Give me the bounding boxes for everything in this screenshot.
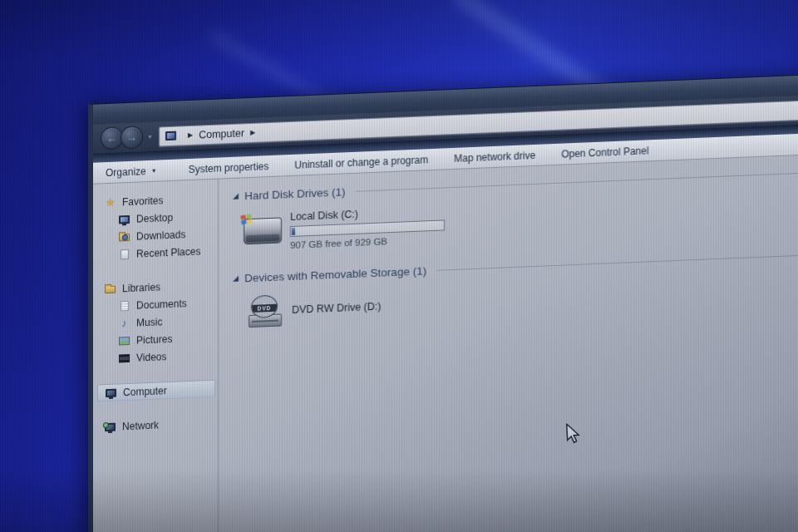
back-button[interactable]: ← (101, 126, 123, 150)
group-header-rule (436, 251, 798, 271)
computer-icon (165, 131, 176, 141)
document-icon (118, 300, 131, 311)
sidebar-item-label: Music (136, 316, 162, 328)
group-header-rule (356, 169, 798, 192)
chevron-down-icon: ▼ (151, 168, 157, 174)
hard-drive-icon (244, 217, 282, 244)
breadcrumb-arrow-icon[interactable]: ▶ (250, 129, 255, 136)
mouse-cursor-icon (565, 423, 581, 449)
film-icon (118, 353, 131, 362)
desktop-icon (118, 214, 131, 224)
history-dropdown-icon[interactable]: ▼ (147, 134, 153, 140)
sidebar-item-label: Pictures (136, 332, 172, 346)
forward-button[interactable]: → (121, 126, 143, 149)
collapse-triangle-icon[interactable] (233, 194, 239, 200)
breadcrumb-arrow-icon[interactable]: ▶ (188, 131, 193, 139)
network-icon (104, 422, 116, 431)
organize-menu-button[interactable]: Organize ▼ (106, 165, 157, 179)
sidebar-item-label: Videos (136, 351, 166, 363)
drive-info: Local Disk (C:) 907 GB free of 929 GB (290, 204, 445, 250)
uninstall-program-button[interactable]: Uninstall or change a program (294, 154, 428, 171)
sidebar-item-label: Network (122, 419, 159, 432)
sidebar-item-label: Desktop (136, 211, 173, 224)
map-network-drive-button[interactable]: Map network drive (454, 149, 535, 164)
drive-name: DVD RW Drive (D:) (292, 301, 381, 316)
organize-label: Organize (106, 165, 146, 179)
dvd-drive-icon: DVD (249, 294, 282, 328)
sidebar-item-label: Documents (136, 298, 187, 311)
recent-places-icon (118, 249, 131, 259)
explorer-window: ← → ▼ ▶ Computer ▶ Organize ▼ System pro… (88, 71, 798, 532)
picture-icon (118, 336, 131, 345)
breadcrumb[interactable]: Computer (199, 127, 244, 140)
navigation-pane: ★ Favorites Desktop Downloads Recent Pla… (93, 180, 218, 532)
downloads-folder-icon (118, 232, 131, 242)
file-list-view: Hard Disk Drives (1) Local Disk (C:) 907… (219, 151, 798, 532)
computer-icon (105, 388, 117, 397)
disk-capacity-text: 907 GB free of 929 GB (290, 234, 445, 250)
explorer-main-area: ★ Favorites Desktop Downloads Recent Pla… (93, 151, 798, 532)
group-header-label: Hard Disk Drives (1) (244, 185, 346, 202)
group-header-label: Devices with Removable Storage (1) (244, 264, 426, 284)
star-icon: ★ (104, 196, 116, 209)
sidebar-item-label: Favorites (122, 195, 163, 208)
dvd-disc-label: DVD (252, 304, 277, 313)
forward-icon: → (126, 131, 137, 145)
open-control-panel-button[interactable]: Open Control Panel (561, 145, 648, 160)
music-note-icon: ♪ (118, 317, 131, 330)
windows-flag-icon (240, 214, 253, 225)
sidebar-item-label: Downloads (136, 229, 185, 242)
sidebar-item-label: Recent Places (136, 245, 200, 259)
sidebar-item-label: Libraries (122, 281, 160, 294)
collapse-triangle-icon[interactable] (233, 276, 239, 282)
disk-usage-fill (292, 228, 295, 235)
sidebar-item-label: Computer (123, 385, 167, 398)
back-icon: ← (106, 132, 117, 145)
libraries-icon (104, 284, 116, 294)
system-properties-button[interactable]: System properties (189, 160, 269, 175)
